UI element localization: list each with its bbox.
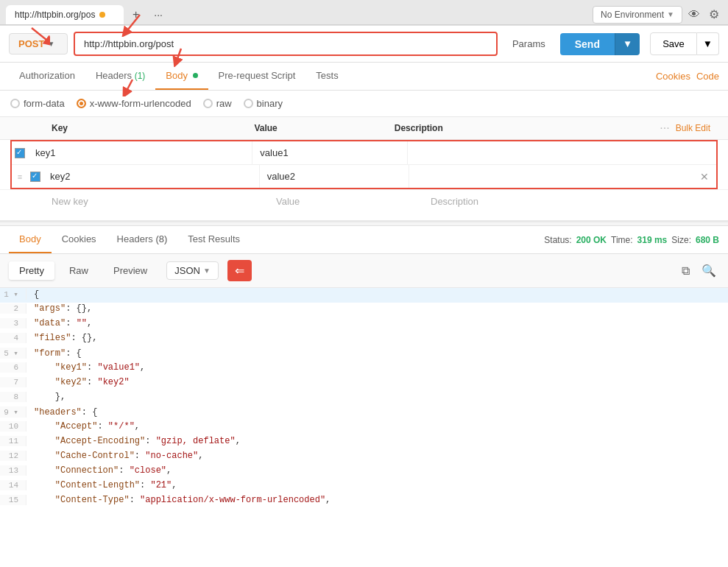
radio-x-www xyxy=(77,99,86,108)
resp-tab-headers[interactable]: Headers (8) xyxy=(107,226,178,253)
browser-tab-bar: http://httpbin.org/pos + ··· No Environm… xyxy=(0,0,728,25)
code-line-12: 12 "Cache-Control": "no-cache", xyxy=(0,450,728,465)
code-line-2: 2 "args": {}, xyxy=(0,303,728,317)
save-button[interactable]: Save xyxy=(650,32,697,55)
tab-right-actions: Cookies Code xyxy=(656,71,719,82)
row1-checkbox[interactable] xyxy=(15,148,25,158)
wrap-icon: ⇐ xyxy=(235,264,244,277)
body-type-x-www[interactable]: x-www-form-urlencoded xyxy=(77,98,191,109)
code-line-13: 13 "Connection": "close", xyxy=(0,465,728,479)
radio-binary xyxy=(244,99,253,108)
search-button[interactable]: 🔍 xyxy=(699,261,719,281)
radio-raw xyxy=(203,99,213,108)
response-tabs-bar: Body Cookies Headers (8) Test Results St… xyxy=(0,225,728,254)
row2-checkbox[interactable] xyxy=(30,172,40,182)
code-line-6: 6 "key1": "value1", xyxy=(0,362,728,376)
row2-key[interactable]: key2 xyxy=(43,165,260,188)
code-link[interactable]: Code xyxy=(696,71,719,82)
app-container: http://httpbin.org/pos + ··· No Environm… xyxy=(0,0,728,567)
drag-handle-icon[interactable]: ≡ xyxy=(18,172,22,181)
preview-button[interactable]: Preview xyxy=(103,261,158,280)
row1-value[interactable]: value1 xyxy=(252,141,408,164)
kv-rows-bordered: key1 value1 ≡ key2 value2 ✕ xyxy=(10,140,718,189)
cookies-link[interactable]: Cookies xyxy=(656,71,690,82)
code-line-10: 10 "Accept": "*/*", xyxy=(0,420,728,435)
bulk-edit-button[interactable]: Bulk Edit xyxy=(676,123,710,133)
tab-headers[interactable]: Headers (1) xyxy=(85,63,155,90)
code-line-8: 8 }, xyxy=(0,391,728,406)
new-row: New key Value Description xyxy=(0,189,728,213)
request-tabs: Authorization Headers (1) Body Pre-reque… xyxy=(0,63,728,91)
resp-tab-test-results[interactable]: Test Results xyxy=(177,226,250,253)
code-area: 1 ▾ { 2 "args": {}, 3 "data": "", 4 "fil… xyxy=(0,288,728,567)
env-label: No Environment xyxy=(601,10,664,20)
code-line-4: 4 "files": {}, xyxy=(0,332,728,347)
copy-button[interactable]: ⧉ xyxy=(679,261,693,281)
tab-prerequest[interactable]: Pre-request Script xyxy=(208,63,306,90)
row2-delete-icon[interactable]: ✕ xyxy=(693,171,716,183)
new-tab-button[interactable]: + xyxy=(127,5,145,24)
method-label: POST xyxy=(18,38,44,49)
response-meta: Status: 200 OK Time: 319 ms Size: 680 B xyxy=(544,235,719,245)
row1-desc[interactable] xyxy=(408,147,702,159)
code-line-9: 9 ▾ "headers": { xyxy=(0,406,728,420)
tab-url-text: http://httpbin.org/pos xyxy=(15,10,95,20)
tab-authorization[interactable]: Authorization xyxy=(9,63,85,90)
kv-actions: ··· Bulk Edit xyxy=(652,122,718,135)
browser-tab[interactable]: http://httpbin.org/pos xyxy=(6,5,124,24)
response-section: Body Cookies Headers (8) Test Results St… xyxy=(0,220,728,567)
resp-tab-cookies[interactable]: Cookies xyxy=(52,226,107,253)
new-value-placeholder[interactable]: Value xyxy=(269,196,423,207)
tab-more-button[interactable]: ··· xyxy=(148,6,169,24)
table-row: key1 value1 xyxy=(12,141,716,164)
code-line-15: 15 "Content-Type": "application/x-www-fo… xyxy=(0,494,728,509)
body-type-bar: form-data x-www-form-urlencoded raw bina… xyxy=(0,91,728,117)
radio-form-data xyxy=(10,99,20,108)
pretty-button[interactable]: Pretty xyxy=(9,261,54,280)
body-type-raw[interactable]: raw xyxy=(203,98,232,109)
send-button-group: Send ▼ xyxy=(560,33,640,55)
kv-key-header: Key xyxy=(44,123,247,133)
environment-select[interactable]: No Environment ▼ xyxy=(593,6,682,24)
row2-value[interactable]: value2 xyxy=(260,165,409,188)
wrap-button[interactable]: ⇐ xyxy=(227,260,252,281)
code-line-7: 7 "key2": "key2" xyxy=(0,376,728,391)
response-toolbar: Pretty Raw Preview JSON ▼ ⇐ ⧉ 🔍 xyxy=(0,254,728,288)
chevron-down-icon: ▼ xyxy=(667,10,674,18)
body-dot-icon xyxy=(193,73,198,78)
method-button[interactable]: POST ▼ xyxy=(9,33,68,54)
time-value: 319 ms xyxy=(637,235,668,245)
request-bar: POST ▼ Params Send ▼ Save ▼ xyxy=(0,25,728,63)
settings-button[interactable]: ⚙ xyxy=(706,4,722,24)
kv-value-header: Value xyxy=(247,123,386,133)
resp-tab-body[interactable]: Body xyxy=(9,226,52,253)
new-key-placeholder[interactable]: New key xyxy=(44,196,269,207)
params-button[interactable]: Params xyxy=(503,34,554,54)
row2-desc[interactable] xyxy=(409,171,693,183)
body-type-binary[interactable]: binary xyxy=(244,98,283,109)
kv-table-area: Key Value Description ··· Bulk Edit key1… xyxy=(0,117,728,220)
new-desc-placeholder[interactable]: Description xyxy=(423,196,718,207)
eye-button[interactable]: 👁 xyxy=(685,5,703,24)
more-options-icon[interactable]: ··· xyxy=(660,122,669,135)
send-button[interactable]: Send xyxy=(560,33,615,55)
send-dropdown-button[interactable]: ▼ xyxy=(615,33,640,55)
size-value: 680 B xyxy=(696,235,719,245)
row1-key[interactable]: key1 xyxy=(28,141,252,164)
save-button-group: Save ▼ xyxy=(650,32,719,55)
save-dropdown-button[interactable]: ▼ xyxy=(697,32,719,55)
tab-dot-icon xyxy=(99,12,105,18)
tab-tests[interactable]: Tests xyxy=(305,63,348,90)
format-select[interactable]: JSON ▼ xyxy=(166,261,219,280)
tab-body[interactable]: Body xyxy=(155,63,208,90)
body-type-form-data[interactable]: form-data xyxy=(10,98,65,109)
raw-button[interactable]: Raw xyxy=(59,261,99,280)
code-line-5: 5 ▾ "form": { xyxy=(0,347,728,362)
chevron-down-icon: ▼ xyxy=(203,267,211,275)
url-wrapper xyxy=(74,32,498,56)
kv-desc-header: Description xyxy=(387,123,653,133)
table-row: ≡ key2 value2 ✕ xyxy=(12,164,716,188)
status-value: 200 OK xyxy=(576,235,607,245)
url-input[interactable] xyxy=(74,32,498,56)
resp-toolbar-right: ⧉ 🔍 xyxy=(679,261,719,281)
